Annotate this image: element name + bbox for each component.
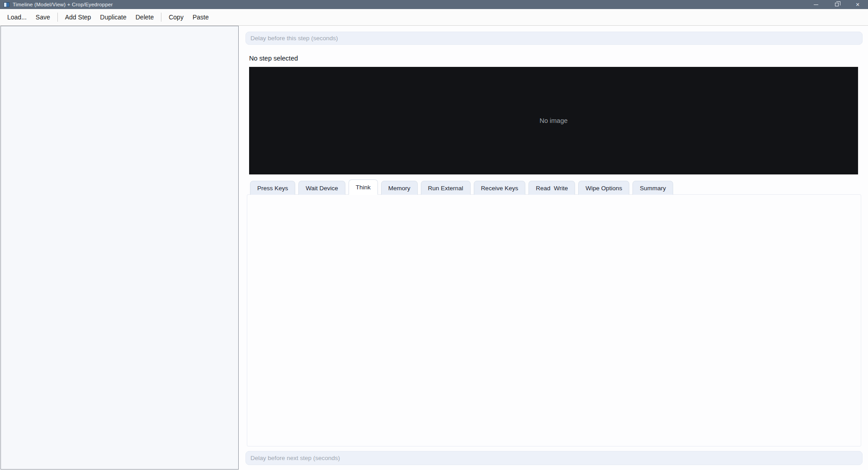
timeline-step-list[interactable] — [0, 26, 239, 470]
delete-button[interactable]: Delete — [131, 11, 158, 23]
window-controls: ✕ — [806, 0, 868, 9]
tab-memory[interactable]: Memory — [381, 181, 418, 195]
tab-press-keys[interactable]: Press Keys — [250, 181, 295, 195]
save-button[interactable]: Save — [31, 11, 55, 23]
restore-button[interactable] — [826, 0, 847, 9]
step-image-preview: No image — [249, 67, 858, 174]
delay-before-step-input[interactable] — [245, 32, 863, 45]
restore-icon — [835, 3, 839, 6]
tab-summary[interactable]: Summary — [632, 181, 673, 195]
window-title: Timeline (Model/View) + Crop/Eyedropper — [13, 2, 113, 7]
close-icon: ✕ — [855, 2, 859, 7]
step-type-tabs: Press Keys Wait Device Think Memory Run … — [250, 179, 673, 195]
tab-wait-device[interactable]: Wait Device — [298, 181, 345, 195]
copy-button[interactable]: Copy — [164, 11, 188, 23]
duplicate-button[interactable]: Duplicate — [95, 11, 131, 23]
no-image-label: No image — [539, 117, 567, 124]
tab-receive-keys[interactable]: Receive Keys — [474, 181, 526, 195]
close-button[interactable]: ✕ — [847, 0, 868, 9]
paste-button[interactable]: Paste — [188, 11, 213, 23]
step-status-label: No step selected — [249, 55, 298, 62]
app-icon — [4, 2, 9, 7]
think-tab-panel — [247, 194, 861, 446]
tab-read-write[interactable]: Read Write — [528, 181, 575, 195]
load-button[interactable]: Load... — [3, 11, 31, 23]
tab-think[interactable]: Think — [349, 179, 378, 195]
toolbar-separator — [161, 13, 161, 22]
add-step-button[interactable]: Add Step — [61, 11, 96, 23]
toolbar-separator — [57, 13, 58, 22]
minimize-icon — [814, 5, 818, 5]
delay-before-next-step-input[interactable] — [245, 451, 863, 465]
app-window: Timeline (Model/View) + Crop/Eyedropper … — [0, 0, 868, 470]
toolbar: Load... Save Add Step Duplicate Delete C… — [0, 9, 868, 26]
tab-run-external[interactable]: Run External — [421, 181, 471, 195]
minimize-button[interactable] — [806, 0, 826, 9]
tab-wipe-options[interactable]: Wipe Options — [578, 181, 629, 195]
title-bar: Timeline (Model/View) + Crop/Eyedropper … — [0, 0, 868, 9]
